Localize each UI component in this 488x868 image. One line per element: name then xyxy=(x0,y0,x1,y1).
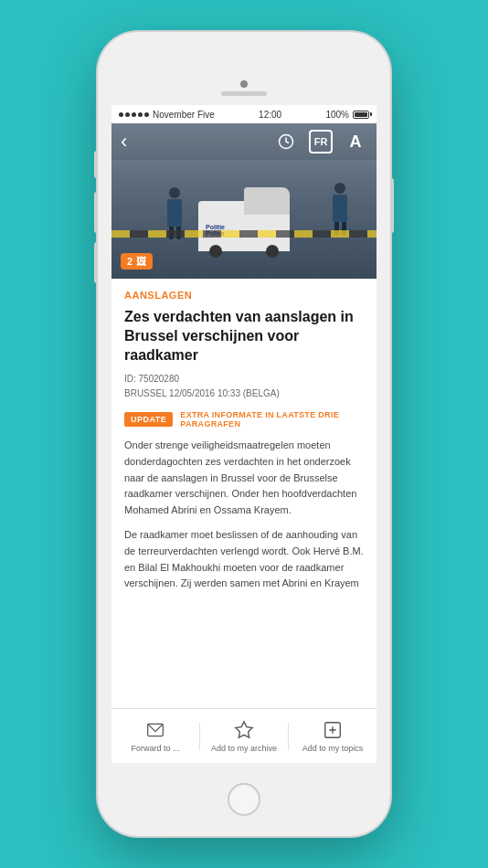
phone-bottom xyxy=(98,763,390,836)
article-body-1: Onder strenge veiligheidsmaatregelen moe… xyxy=(124,438,364,518)
van-wheel-right xyxy=(266,245,279,258)
image-count: 2 xyxy=(127,256,133,267)
update-badge: UPDATE xyxy=(124,412,173,427)
image-icon: 🖼 xyxy=(136,256,146,267)
status-bar: November Five 12:00 100% xyxy=(111,105,377,123)
signal-dots xyxy=(119,112,149,117)
battery-icon xyxy=(353,111,369,119)
volume-down-button xyxy=(94,242,98,283)
van: PolitiePolice xyxy=(198,187,290,251)
archive-button[interactable]: Add to my archive xyxy=(200,720,288,753)
phone-frame: November Five 12:00 100% PolitiePolice xyxy=(98,32,390,836)
nav-icons: FR A xyxy=(274,130,367,153)
speaker xyxy=(221,91,267,96)
person-head xyxy=(334,183,345,194)
power-button xyxy=(390,178,394,233)
article-title: Zes verdachten van aanslagen in Brussel … xyxy=(124,308,364,365)
svg-marker-2 xyxy=(236,721,252,736)
signal-dot xyxy=(138,112,143,117)
home-button[interactable] xyxy=(228,783,260,816)
back-button[interactable]: ‹ xyxy=(121,132,127,152)
phone-top xyxy=(98,32,390,105)
image-counter[interactable]: 2 🖼 xyxy=(121,253,153,270)
volume-up-button xyxy=(94,192,98,233)
person-figure-1 xyxy=(331,183,349,233)
person-body xyxy=(333,195,347,222)
topics-plus-icon xyxy=(323,720,343,740)
person-head xyxy=(169,187,180,198)
archive-star-icon xyxy=(234,720,254,740)
van-cabin xyxy=(244,187,290,215)
camera xyxy=(240,80,248,88)
article-id: ID: 75020280 xyxy=(124,374,179,384)
battery-percent: 100% xyxy=(325,110,349,120)
forward-label: Forward to ... xyxy=(131,744,179,753)
forward-icon xyxy=(145,720,165,740)
font-size-icon[interactable]: A xyxy=(344,130,367,153)
signal-dot xyxy=(144,112,149,117)
signal-dot xyxy=(125,112,130,117)
history-icon[interactable] xyxy=(274,130,298,153)
bottom-toolbar: Forward to ... Add to my archive xyxy=(111,708,377,763)
article-body-2: De raadkamer moet beslissen of de aanhou… xyxy=(124,527,364,591)
article-content: AANSLAGEN Zes verdachten van aanslagen i… xyxy=(111,279,377,708)
article-meta: ID: 75020280 BRUSSEL 12/05/2016 10:33 (B… xyxy=(124,372,364,401)
battery-fill xyxy=(355,112,367,117)
signal-dot xyxy=(132,112,136,117)
article-image: PolitiePolice xyxy=(111,123,377,279)
nav-bar: ‹ FR A xyxy=(111,123,377,160)
person-body xyxy=(167,199,182,227)
time-label: 12:00 xyxy=(259,110,281,120)
carrier-label: November Five xyxy=(153,110,215,120)
person-figure-2 xyxy=(166,187,183,233)
mute-button xyxy=(94,151,98,178)
phone-screen: November Five 12:00 100% PolitiePolice xyxy=(111,105,377,763)
article-source: BRUSSEL 12/05/2016 10:33 (BELGA) xyxy=(124,388,280,398)
status-left: November Five xyxy=(119,110,215,120)
barrier-tape xyxy=(111,230,377,238)
topics-button[interactable]: Add to my topics xyxy=(289,720,377,753)
status-right: 100% xyxy=(325,110,369,120)
topics-label: Add to my topics xyxy=(302,744,364,753)
update-description: EXTRA INFORMATE IN LAATSTE DRIE PARAGRAF… xyxy=(180,410,364,429)
archive-label: Add to my archive xyxy=(211,744,277,753)
language-fr-icon[interactable]: FR xyxy=(309,130,333,153)
forward-button[interactable]: Forward to ... xyxy=(111,720,199,753)
category-label: AANSLAGEN xyxy=(124,290,364,301)
update-bar: UPDATE EXTRA INFORMATE IN LAATSTE DRIE P… xyxy=(124,410,364,429)
signal-dot xyxy=(119,112,123,117)
van-wheel-left xyxy=(209,245,222,258)
